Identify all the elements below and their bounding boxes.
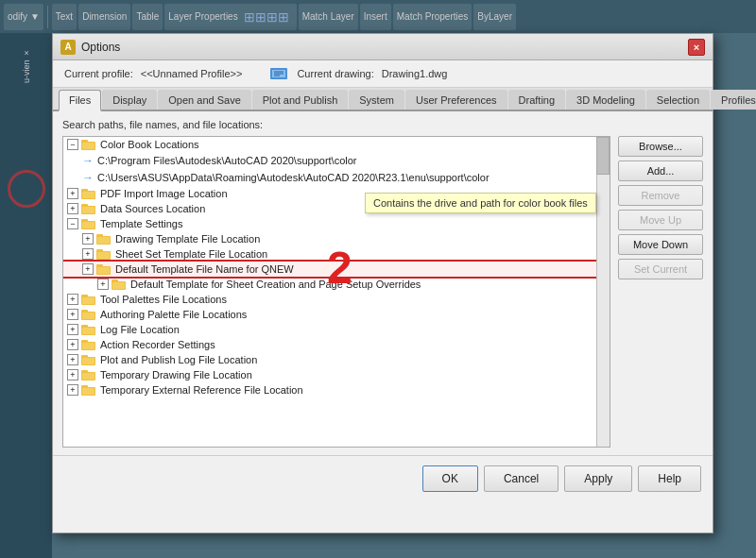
label-temp-xref: Temporary External Reference File Locati…: [100, 384, 303, 396]
search-label: Search paths, file names, and file locat…: [62, 119, 703, 130]
svg-rect-16: [82, 222, 94, 228]
tree-panel[interactable]: − Color Book Locations → C:\Program File…: [62, 136, 610, 448]
folder-icon-temp-drawing: [81, 369, 96, 380]
expander-sheet-set[interactable]: +: [82, 248, 94, 260]
toolbar-group-bylayer: ByLayer: [473, 4, 516, 30]
current-profile-value: <<Unnamed Profile>>: [141, 68, 243, 79]
label-action: Action Recorder Settings: [100, 339, 215, 350]
move-up-button[interactable]: Move Up: [618, 210, 703, 230]
tab-drafting[interactable]: Drafting: [508, 90, 566, 110]
folder-icon-log: [81, 324, 96, 335]
svg-rect-43: [82, 358, 94, 364]
tree-item-color-book[interactable]: − Color Book Locations: [63, 137, 610, 152]
tree-item-default-qnew[interactable]: + Default Template File Name for QNEW: [63, 262, 610, 277]
expander-data-sources[interactable]: +: [67, 203, 78, 214]
buttons-panel: Browse... Add... Remove Move Up Move Dow…: [618, 136, 703, 448]
bottom-bar: OK Cancel Apply Help: [53, 455, 713, 501]
browse-button[interactable]: Browse...: [618, 136, 703, 157]
label-sheet-set: Sheet Set Template File Location: [115, 248, 267, 260]
tree-item-drawing-template[interactable]: + Drawing Template File Location: [63, 231, 610, 246]
folder-icon-action: [81, 339, 96, 350]
svg-rect-28: [112, 282, 125, 289]
tab-user-prefs[interactable]: User Preferences: [405, 90, 507, 110]
tab-system[interactable]: System: [349, 90, 404, 110]
sidebar-decoration: [8, 170, 45, 208]
svg-rect-22: [97, 252, 110, 259]
tree-item-action-recorder[interactable]: + Action Recorder Settings: [63, 337, 610, 352]
svg-rect-31: [82, 297, 94, 304]
svg-rect-19: [97, 237, 110, 244]
expander-temp-xref[interactable]: +: [67, 384, 78, 396]
tab-files[interactable]: Files: [59, 90, 101, 111]
cancel-button[interactable]: Cancel: [484, 465, 558, 492]
folder-icon-temp-xref: [81, 384, 96, 396]
expander-qnew[interactable]: +: [82, 263, 94, 275]
tab-display[interactable]: Display: [102, 90, 157, 110]
expander-drawing-template[interactable]: +: [82, 233, 94, 245]
scrollbar-thumb[interactable]: [596, 137, 610, 175]
svg-rect-40: [82, 343, 94, 349]
set-current-button[interactable]: Set Current: [618, 259, 703, 279]
folder-icon-drawing-template: [96, 233, 112, 245]
tab-3d-modeling[interactable]: 3D Modeling: [566, 90, 645, 110]
tab-selection[interactable]: Selection: [646, 90, 710, 110]
content-area: Search paths, file names, and file locat…: [53, 111, 713, 455]
tab-open-save[interactable]: Open and Save: [158, 90, 250, 110]
expander-log[interactable]: +: [67, 324, 78, 335]
expander-sheet-creation[interactable]: +: [97, 279, 109, 290]
svg-rect-7: [82, 143, 94, 149]
expander-plot-log[interactable]: +: [67, 354, 78, 365]
tree-item-log-file[interactable]: + Log File Location: [63, 322, 610, 337]
layer-label: Layer Properties: [168, 11, 237, 22]
expander-pdf[interactable]: +: [67, 188, 78, 199]
layer-icons: ⊞⊞⊞⊞: [244, 9, 289, 25]
expander-template[interactable]: −: [67, 218, 78, 229]
label-tool-palettes: Tool Palettes File Locations: [100, 294, 227, 305]
svg-rect-46: [82, 373, 94, 380]
tree-item-template-settings[interactable]: − Template Settings: [63, 216, 610, 231]
options-dialog: A Options × Current profile: <<Unnamed P…: [52, 33, 713, 533]
move-down-button[interactable]: Move Down: [618, 234, 703, 255]
apply-button[interactable]: Apply: [564, 465, 632, 492]
tree-item-color-path-2[interactable]: → C:\Users\ASUS\AppData\Roaming\Autodesk…: [63, 169, 610, 186]
insert-label: Insert: [364, 11, 387, 22]
tree-item-color-path-1[interactable]: → C:\Program Files\Autodesk\AutoCAD 2020…: [63, 152, 610, 169]
expander-temp-drawing[interactable]: +: [67, 369, 78, 380]
toolbar-group-table: Table: [132, 4, 163, 30]
tree-item-tool-palettes[interactable]: + Tool Palettes File Locations: [63, 292, 610, 307]
label-data-sources: Data Sources Location: [100, 203, 205, 214]
help-button[interactable]: Help: [638, 465, 701, 492]
tree-item-sheet-set[interactable]: + Sheet Set Template File Location: [63, 246, 610, 262]
tree-item-sheet-creation[interactable]: + Default Template for Sheet Creation an…: [63, 277, 610, 292]
add-button[interactable]: Add...: [618, 161, 703, 181]
expander-action[interactable]: +: [67, 339, 78, 350]
tree-item-authoring[interactable]: + Authoring Palette File Locations: [63, 307, 610, 322]
toolbar-group-match-props: Match Properties: [393, 4, 472, 30]
sidebar: u-vien ×: [0, 33, 52, 558]
ok-button[interactable]: OK: [422, 465, 478, 492]
tab-plot-publish[interactable]: Plot and Publish: [252, 90, 349, 110]
folder-icon-qnew: [96, 263, 112, 275]
scrollbar-track[interactable]: [596, 137, 610, 447]
tree-item-plot-log[interactable]: + Plot and Publish Log File Location: [63, 352, 610, 367]
close-button[interactable]: ×: [688, 39, 705, 56]
text-label: Text: [56, 11, 73, 22]
label-color-path-2: C:\Users\ASUS\AppData\Roaming\Autodesk\A…: [97, 172, 490, 183]
expander-color-book[interactable]: −: [67, 139, 78, 150]
remove-button[interactable]: Remove: [618, 185, 703, 206]
dialog-title-icon: A: [60, 40, 76, 55]
tree-item-temp-xref[interactable]: + Temporary External Reference File Loca…: [63, 382, 610, 397]
svg-rect-13: [82, 207, 94, 213]
expander-tool-palettes[interactable]: +: [67, 294, 78, 305]
expander-authoring[interactable]: +: [67, 309, 78, 320]
svg-rect-25: [97, 267, 110, 274]
tab-profiles[interactable]: Profiles: [711, 90, 756, 110]
table-label: Table: [136, 11, 159, 22]
svg-rect-10: [82, 192, 94, 198]
toolbar-group-dimension: Dimension: [78, 4, 130, 30]
current-drawing-label: Current drawing:: [297, 68, 373, 79]
match-props-label: Match Properties: [397, 11, 469, 22]
tree-item-temp-drawing[interactable]: + Temporary Drawing File Location: [63, 367, 610, 382]
current-drawing-value: Drawing1.dwg: [382, 68, 448, 79]
folder-icon-sheet-set: [96, 248, 112, 260]
